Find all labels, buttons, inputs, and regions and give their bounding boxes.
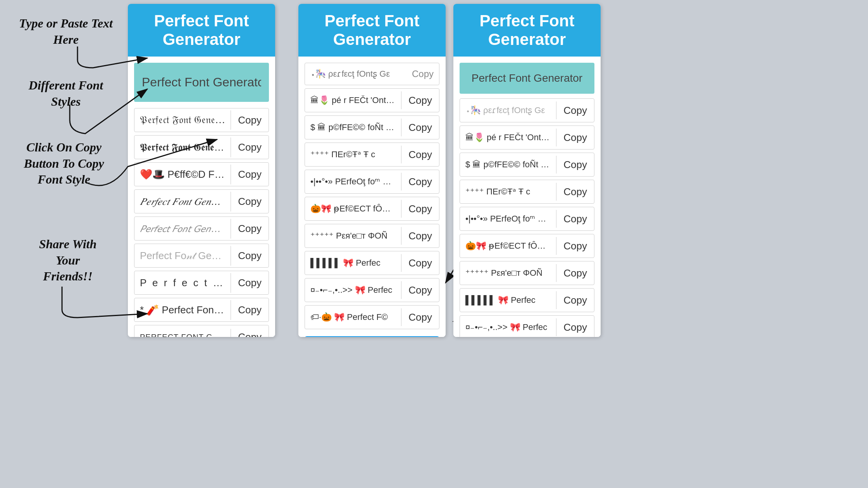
font-text: ⁺⁺⁺⁺⁺ Pεя'e□т ΦOÑ [305,227,401,245]
copy-button[interactable]: Copy [556,318,594,337]
font-row: Perfect Fo𝓃𝓉 Generator Copy [134,244,269,268]
font-text: $ 🏛 p©fFE©© foÑt ɢ€I [460,156,556,174]
left-panel-title-2: Perfect Font Generator [463,12,591,49]
font-row: ▌▌▌▌▌ 🎀 Perfec Copy [460,288,594,312]
font-row: 🏷·🎃 🎀 Perfect F© Copy [305,305,439,329]
font-row: ⁺⁺⁺⁺ ΠEr©Ŧᵃ Ŧ c Copy [305,143,439,167]
copy-button[interactable]: Copy [556,263,594,283]
copy-button[interactable]: Copy [401,308,439,327]
right-panel-header: Perfect Font Generator [298,4,446,57]
annotation-different-fonts: Different FontStyles [12,77,120,110]
left-phone-panel: Perfect Font Generator 𝔓𝔢𝔯𝔣𝔢𝔠𝔱 𝔉𝔬𝔫𝔱 𝔊𝔢𝔫𝔢… [128,4,275,337]
font-row: •|••°•» PErfeOţ foᵐ ge© Copy [305,170,439,194]
font-row: $ 🏛 p©fFE©© foÑt ɢ€I Copy [305,115,439,139]
font-text: 🏛🌷 pé r FEČt 'Ont gEN [460,129,556,146]
copy-button[interactable]: Copy [401,172,439,192]
truncated-font-text: ⬩🎠 ρεɾfεcţ fOntʂ Gε [310,69,412,79]
font-text: ¤₋•⌐₋,•..>> 🎀 Perfec [460,318,556,336]
left-panel-body-2: Perfect Font Generator ⬩🎠 ρεɾfεcţ fOntʂ … [453,57,601,337]
font-row: ⁺⁺⁺⁺⁺ Pεя'e□т ΦOÑ Copy [305,224,439,248]
copy-button[interactable]: Copy [401,280,439,300]
font-row: •|••°•» PErfeOţ foᵐ ge© Copy [460,207,594,231]
right-panel-title: Perfect Font Generator [308,12,436,49]
right-panel-body: ⬩🎠 ρεɾfεcţ fOntʂ Gε Copy 🏛🌷 pé r FEČt 'O… [298,57,446,337]
annotation-share-left: Share WithYourFriends!! [19,236,116,285]
copy-button[interactable]: Copy [401,226,439,246]
font-row: ⁺⁺⁺⁺⁺ Pεя'e□т ΦOÑ Copy [460,261,594,285]
font-text: ▌▌▌▌▌ 🎀 Perfec [305,254,401,272]
copy-button[interactable]: Copy [231,110,269,130]
font-text: 🎃🎀 ᵽEf©ECT fÔNt g [460,237,556,255]
copy-button[interactable]: Copy [401,145,439,165]
font-text: •|••°•» PErfeOţ foᵐ ge© [305,173,401,191]
copy-button[interactable]: Copy [231,165,269,184]
font-text: $ 🏛 p©fFE©© foÑt ɢ€I [305,119,401,136]
copy-button[interactable]: Copy [401,91,439,110]
font-text: PERFECT FONT GENERATOR [134,329,231,337]
truncated-font-row: ⬩🎠 ρεɾfεcţ fOntʂ Gε Copy [305,63,439,85]
copy-button[interactable]: Copy [231,192,269,211]
annotation-type-paste: Type or Paste TextHere [12,15,120,48]
font-text: 𝘗𝘦𝘳𝘧𝘦𝘤𝘵 𝘍𝘰𝘯𝘵 𝘎𝘦𝘯𝘦𝘳𝘢𝘵𝘰 [134,219,231,239]
copy-button[interactable]: Copy [556,209,594,229]
font-row: ▌▌▌▌▌ 🎀 Perfec Copy [305,251,439,275]
copy-button[interactable]: Copy [556,182,594,202]
copy-button[interactable]: Copy [231,219,269,239]
font-row: 𝘗𝘦𝘳𝘧𝘦𝘤𝘵 𝘍𝘰𝘯𝘵 𝘎𝘦𝘯𝘦𝘳𝘢𝘵𝘰 Copy [134,217,269,241]
font-row: 🏛🌷 pé r FEČt 'Ont gEN Copy [305,88,439,112]
copy-button[interactable]: Copy [401,253,439,273]
text-input[interactable] [134,63,269,102]
annotation-click-copy: Click On CopyButton To CopyFont Style [8,139,120,188]
copy-button[interactable]: Copy [231,273,269,293]
font-text: 𝔓𝔢𝔯𝔣𝔢𝔠𝔱 𝔉𝔬𝔫𝔱 𝔊𝔢𝔫𝔢𝔯𝔞𝔱𝔬𝔯 [134,110,231,130]
copy-button[interactable]: Copy [231,246,269,266]
font-text: ❤️🎩 P€ff€©D FOn© g€ [134,165,231,184]
font-text: ⬩🎠 ρεɾfεcţ fOntʂ Gε [460,101,556,119]
font-row: 𝕻𝖊𝖗𝖋𝖊𝖈𝖙 𝕱𝖔𝖓𝖙 𝕲𝖊𝖓𝖊𝖗𝖆𝖙𝖔𝖗 Copy [134,135,269,159]
copy-button[interactable]: Copy [556,290,594,310]
font-text: ⁺⁺⁺⁺⁺ Pεя'e□т ΦOÑ [460,264,556,282]
copy-button[interactable]: Copy [231,300,269,320]
truncated-copy-text[interactable]: Copy [412,69,434,79]
font-text: ⁺⁺⁺⁺ ΠEr©Ŧᵃ Ŧ c [305,146,401,163]
font-row: * 🧨 Perfect Font Gen Copy [134,298,269,322]
font-text: ⁺⁺⁺⁺ ΠEr©Ŧᵃ Ŧ c [460,183,556,201]
font-row: 🎃🎀 ᵽEf©ECT fÔNt g Copy [305,197,439,221]
right-phone-panel: Perfect Font Generator ⬩🎠 ρεɾfεcţ fOntʂ … [298,4,446,337]
font-row: P e r f e c t F o n t Copy [134,271,269,295]
font-text: * 🧨 Perfect Font Gen [134,300,231,320]
input-display-2: Perfect Font Generator [460,63,594,94]
font-text: 𝑃𝑒𝑟𝑓𝑒𝑐𝑡 𝐹𝑜𝑛𝑡 𝐺𝑒𝑛𝑒𝑟𝑎𝑡 [134,192,231,211]
copy-button[interactable]: Copy [556,128,594,148]
font-row: $ 🏛 p©fFE©© foÑt ɢ€I Copy [460,153,594,177]
font-text: •|••°•» PErfeOţ foᵐ ge© [460,210,556,228]
font-text: 🎃🎀 ᵽEf©ECT fÔNt g [305,200,401,218]
font-row: ❤️🎩 P€ff€©D FOn© g€ Copy [134,162,269,186]
font-row: PERFECT FONT GENERATOR Copy [134,325,269,337]
font-text: Perfect Fo𝓃𝓉 Generator [134,246,231,266]
font-text: 𝕻𝖊𝖗𝖋𝖊𝖈𝖙 𝕱𝖔𝖓𝖙 𝕲𝖊𝖓𝖊𝖗𝖆𝖙𝖔𝖗 [134,137,231,157]
font-text: ▌▌▌▌▌ 🎀 Perfec [460,291,556,309]
left-panel-header-2: Perfect Font Generator [453,4,601,57]
font-text: 🏷·🎃 🎀 Perfect F© [305,308,401,326]
copy-button[interactable]: Copy [556,155,594,175]
font-text: 🏛🌷 pé r FEČt 'Ont gEN [305,91,401,109]
font-row: ⁺⁺⁺⁺ ΠEr©Ŧᵃ Ŧ c Copy [460,180,594,204]
copy-button[interactable]: Copy [401,199,439,219]
copy-button[interactable]: Copy [556,101,594,120]
font-row: ¤₋•⌐₋,•..>> 🎀 Perfec Copy [305,278,439,302]
load-more-button[interactable]: Load More Fonts [305,336,439,337]
font-row: 𝑃𝑒𝑟𝑓𝑒𝑐𝑡 𝐹𝑜𝑛𝑡 𝐺𝑒𝑛𝑒𝑟𝑎𝑡 Copy [134,189,269,213]
font-row: 🎃🎀 ᵽEf©ECT fÔNt g Copy [460,234,594,258]
font-text: ¤₋•⌐₋,•..>> 🎀 Perfec [305,281,401,299]
font-text: P e r f e c t F o n t [134,273,231,293]
font-row: ¤₋•⌐₋,•..>> 🎀 Perfec Copy [460,315,594,337]
font-row: 🏛🌷 pé r FEČt 'Ont gEN Copy [460,125,594,149]
left-panel-header: Perfect Font Generator [128,4,275,57]
left-phone-panel-2: Perfect Font Generator Perfect Font Gene… [453,4,601,337]
left-panel-body: 𝔓𝔢𝔯𝔣𝔢𝔠𝔱 𝔉𝔬𝔫𝔱 𝔊𝔢𝔫𝔢𝔯𝔞𝔱𝔬𝔯 Copy 𝕻𝖊𝖗𝖋𝖊𝖈𝖙 𝕱𝖔𝖓𝖙… [128,57,275,337]
copy-button[interactable]: Copy [401,118,439,137]
copy-button[interactable]: Copy [231,137,269,157]
copy-button[interactable]: Copy [231,327,269,337]
copy-button[interactable]: Copy [556,236,594,256]
